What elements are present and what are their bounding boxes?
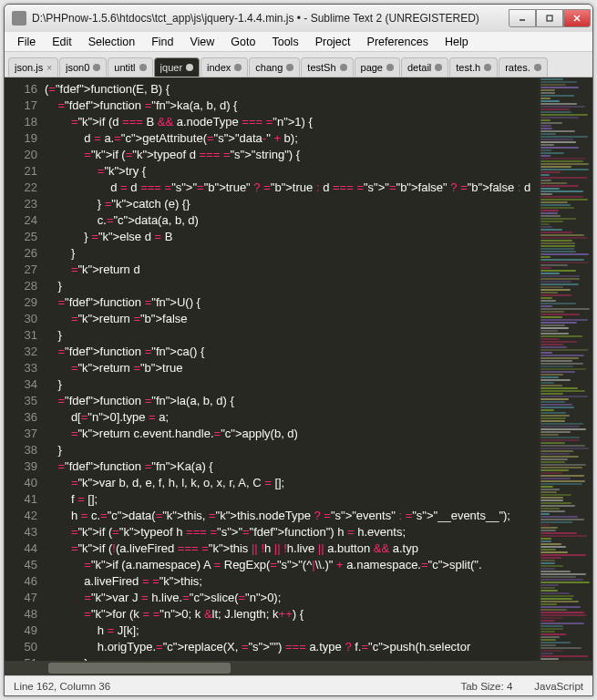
menu-file[interactable]: File — [10, 34, 43, 50]
minimap[interactable] — [538, 77, 592, 661]
tab-label: rates. — [505, 62, 530, 73]
line-number-gutter: 1617181920212223242526272829303132333435… — [5, 77, 45, 661]
horizontal-scrollbar[interactable] — [5, 661, 592, 675]
tab-dirty-indicator — [93, 64, 100, 71]
tab-dirty-indicator — [234, 64, 242, 71]
editor-area[interactable]: 1617181920212223242526272829303132333435… — [5, 77, 592, 661]
window-title: D:\PHPnow-1.5.6\htdocs\tct_app\js\jquery… — [32, 12, 509, 25]
tab-dirty-indicator — [534, 64, 541, 71]
tab-label: page — [361, 62, 383, 73]
tab-label: jquer — [160, 62, 182, 73]
svg-rect-1 — [547, 15, 552, 21]
statusbar: Line 162, Column 36 Tab Size: 4 JavaScri… — [5, 675, 592, 695]
app-window: D:\PHPnow-1.5.6\htdocs\tct_app\js\jquery… — [4, 4, 593, 696]
maximize-button[interactable] — [536, 9, 563, 27]
tab-dirty-indicator — [484, 64, 491, 71]
menu-goto[interactable]: Goto — [223, 34, 262, 50]
tab-dirty-indicator — [386, 64, 394, 71]
tab-10[interactable]: rates. — [499, 57, 548, 77]
tab-6[interactable]: testSh — [301, 57, 353, 77]
menu-tools[interactable]: Tools — [264, 34, 305, 50]
status-cursor-position[interactable]: Line 162, Column 36 — [14, 681, 460, 692]
tab-4[interactable]: index — [201, 57, 248, 77]
tab-7[interactable]: page — [355, 57, 400, 77]
menubar: FileEditSelectionFindViewGotoToolsProjec… — [5, 32, 592, 52]
scrollbar-thumb[interactable] — [48, 663, 231, 674]
menu-selection[interactable]: Selection — [81, 34, 142, 50]
menu-edit[interactable]: Edit — [45, 34, 79, 50]
close-button[interactable] — [563, 9, 591, 27]
tab-0[interactable]: json.js× — [8, 57, 58, 77]
menu-view[interactable]: View — [182, 34, 221, 50]
titlebar[interactable]: D:\PHPnow-1.5.6\htdocs\tct_app\js\jquery… — [5, 5, 592, 32]
code-editor[interactable]: (="fdef">function(E, B) { ="fdef">functi… — [45, 77, 538, 661]
tab-8[interactable]: detail — [401, 57, 448, 77]
menu-preferences[interactable]: Preferences — [360, 34, 436, 50]
tab-3[interactable]: jquer — [154, 57, 200, 77]
menu-find[interactable]: Find — [144, 34, 180, 50]
tab-close-icon[interactable]: × — [46, 63, 52, 73]
tab-1[interactable]: json0 — [59, 57, 107, 77]
tab-dirty-indicator — [286, 64, 293, 71]
app-icon — [12, 11, 26, 26]
status-language[interactable]: JavaScript — [534, 681, 583, 692]
menu-help[interactable]: Help — [437, 34, 476, 50]
tab-label: detail — [407, 62, 431, 73]
tab-label: json0 — [66, 62, 89, 73]
tab-dirty-indicator — [186, 64, 193, 71]
minimize-button[interactable] — [509, 9, 536, 27]
status-tab-size[interactable]: Tab Size: 4 — [460, 681, 512, 692]
tabbar: json.js×json0untitljquerindexchangtestSh… — [5, 52, 592, 77]
tab-dirty-indicator — [139, 64, 147, 71]
tab-label: chang — [255, 62, 283, 73]
tab-9[interactable]: test.h — [449, 57, 498, 77]
tab-2[interactable]: untitl — [108, 57, 152, 77]
tab-label: untitl — [114, 62, 135, 73]
tab-dirty-indicator — [435, 64, 442, 71]
tab-label: json.js — [15, 62, 43, 73]
tab-5[interactable]: chang — [249, 57, 300, 77]
tab-dirty-indicator — [340, 64, 347, 71]
menu-project[interactable]: Project — [308, 34, 358, 50]
tab-label: testSh — [307, 62, 335, 73]
tab-label: index — [207, 62, 231, 73]
tab-label: test.h — [456, 62, 480, 73]
